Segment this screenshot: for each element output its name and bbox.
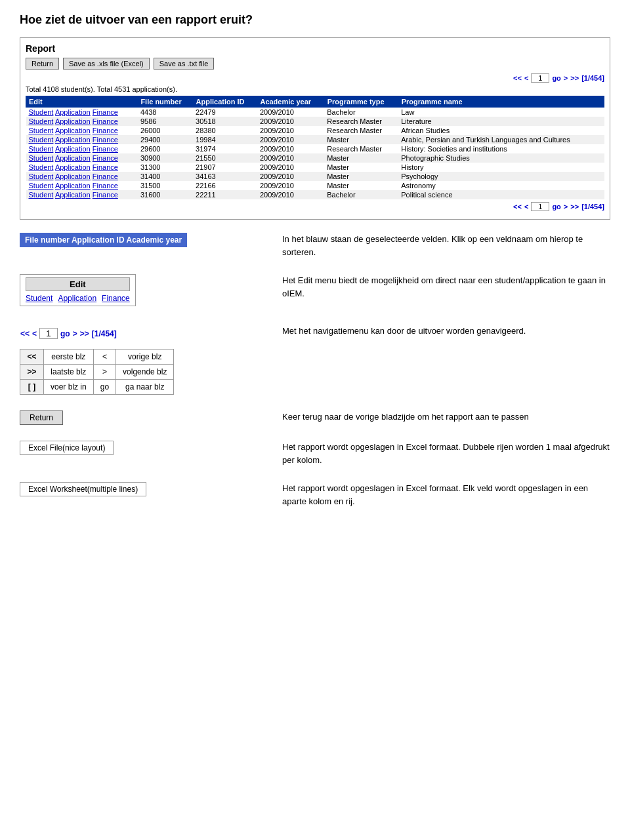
edit-student-link[interactable]: Student — [26, 294, 52, 303]
table-row: Student Application Finance9586305182009… — [26, 117, 604, 126]
table-cell-programme-name: Political science — [398, 190, 604, 199]
edit-link-finance[interactable]: Finance — [93, 136, 118, 144]
nav-label-go: ga naar blz — [116, 380, 174, 395]
edit-link-student[interactable]: Student — [29, 145, 54, 153]
edit-link-student[interactable]: Student — [29, 182, 54, 190]
edit-links: Student Application Finance — [26, 294, 130, 303]
nav-page-input-demo[interactable] — [39, 328, 58, 339]
edit-link-student[interactable]: Student — [29, 117, 54, 125]
nav-label-next: volgende blz — [116, 365, 174, 380]
edit-link-finance[interactable]: Finance — [93, 172, 118, 180]
page-info-bottom: [1/454] — [581, 203, 604, 210]
edit-link-application[interactable]: Application — [55, 163, 91, 171]
excel-multi-button[interactable]: Excel Worksheet(multiple lines) — [20, 482, 146, 496]
explanation-left-edit-menu: Edit Student Application Finance — [20, 274, 269, 309]
page-input-bottom[interactable] — [531, 202, 549, 211]
table-cell-programme-name: History: Societies and institutions — [398, 144, 604, 153]
edit-link-application[interactable]: Application — [55, 182, 91, 190]
explanation-left-return: Return — [20, 410, 269, 425]
edit-link-finance[interactable]: Finance — [93, 191, 118, 199]
next-page-link-bottom[interactable]: > — [564, 203, 568, 210]
edit-link-finance[interactable]: Finance — [93, 145, 118, 153]
edit-link-student[interactable]: Student — [29, 154, 54, 162]
table-cell-academic-year: 2009/2010 — [257, 172, 324, 181]
col-file-number[interactable]: File number — [138, 96, 193, 108]
edit-link-application[interactable]: Application — [55, 154, 91, 162]
nav-prev-demo[interactable]: < — [32, 329, 37, 338]
edit-link-student[interactable]: Student — [29, 191, 54, 199]
col-edit: Edit — [26, 96, 138, 108]
prev-page-link-top[interactable]: < — [524, 74, 528, 82]
explanation-left-excel-multi: Excel Worksheet(multiple lines) — [20, 482, 269, 496]
save-excel-button[interactable]: Save as .xls file (Excel) — [63, 58, 150, 70]
next-page-link-top[interactable]: > — [564, 74, 568, 82]
go-link-top[interactable]: go — [552, 74, 560, 82]
edit-link-application[interactable]: Application — [55, 191, 91, 199]
table-cell-file-number: 31600 — [138, 190, 193, 199]
excel-nice-button[interactable]: Excel File(nice layout) — [20, 441, 114, 455]
edit-link-finance[interactable]: Finance — [93, 117, 118, 125]
explanation-text-return: Keer terug naar de vorige bladzijde om h… — [282, 410, 610, 424]
table-cell-application-id: 34163 — [193, 172, 257, 181]
prev-page-link-bottom[interactable]: < — [524, 203, 528, 210]
edit-link-application[interactable]: Application — [55, 127, 91, 134]
table-cell-application-id: 21907 — [193, 163, 257, 172]
col-academic-year[interactable]: Academic year — [257, 96, 324, 108]
explanation-left-blue-fields: File number Application ID Academic year — [20, 233, 269, 247]
table-cell-file-number: 29400 — [138, 135, 193, 144]
save-txt-button[interactable]: Save as .txt file — [154, 58, 215, 70]
explanation-text-nav-menu: Met het navigatiemenu kan door de uitvoe… — [282, 325, 610, 338]
edit-link-finance[interactable]: Finance — [93, 163, 118, 171]
explanation-row-edit-menu: Edit Student Application Finance Het Edi… — [20, 274, 610, 309]
col-programme-name[interactable]: Programme name — [398, 96, 604, 108]
edit-link-application[interactable]: Application — [55, 117, 91, 125]
table-cell-edit: Student Application Finance — [26, 126, 138, 135]
nav-last-demo[interactable]: >> — [80, 329, 89, 338]
table-row: Student Application Finance3160022211200… — [26, 190, 604, 199]
edit-link-finance[interactable]: Finance — [93, 154, 118, 162]
explanation-row-excel-nice: Excel File(nice layout) Het rapport word… — [20, 441, 610, 466]
nav-go-demo[interactable]: go — [60, 329, 70, 338]
table-cell-file-number: 30900 — [138, 153, 193, 163]
return-button-demo[interactable]: Return — [20, 410, 63, 425]
table-cell-programme-type: Research Master — [324, 117, 398, 126]
go-link-bottom[interactable]: go — [552, 203, 560, 210]
explanation-left-excel-nice: Excel File(nice layout) — [20, 441, 269, 455]
col-application-id[interactable]: Application ID — [193, 96, 257, 108]
edit-link-application[interactable]: Application — [55, 108, 91, 116]
edit-link-student[interactable]: Student — [29, 136, 54, 144]
page-input-top[interactable] — [531, 73, 549, 83]
table-row: Student Application Finance3130021907200… — [26, 163, 604, 172]
report-box: Report Return Save as .xls file (Excel) … — [20, 37, 610, 220]
edit-link-finance[interactable]: Finance — [93, 127, 118, 134]
col-programme-type[interactable]: Programme type — [324, 96, 398, 108]
nav-next-demo[interactable]: > — [73, 329, 77, 338]
edit-link-application[interactable]: Application — [55, 172, 91, 180]
nav-first-demo[interactable]: << — [20, 329, 30, 338]
last-page-link-bottom[interactable]: >> — [570, 203, 579, 210]
edit-link-student[interactable]: Student — [29, 127, 54, 134]
edit-link-student[interactable]: Student — [29, 172, 54, 180]
edit-link-student[interactable]: Student — [29, 163, 54, 171]
edit-link-student[interactable]: Student — [29, 108, 54, 116]
table-cell-programme-type: Research Master — [324, 144, 398, 153]
table-cell-edit: Student Application Finance — [26, 135, 138, 144]
first-page-link-bottom[interactable]: << — [513, 203, 522, 210]
return-button[interactable]: Return — [26, 58, 59, 70]
table-cell-file-number: 31300 — [138, 163, 193, 172]
table-cell-programme-type: Master — [324, 172, 398, 181]
explanation-row-return: Return Keer terug naar de vorige bladzij… — [20, 410, 610, 425]
table-cell-file-number: 9586 — [138, 117, 193, 126]
last-page-link-top[interactable]: >> — [570, 74, 579, 82]
first-page-link-top[interactable]: << — [513, 74, 522, 82]
nav-pagenum-demo: [1/454] — [92, 329, 117, 338]
edit-application-link[interactable]: Application — [58, 294, 96, 303]
table-cell-application-id: 22211 — [193, 190, 257, 199]
edit-finance-link[interactable]: Finance — [102, 294, 130, 303]
edit-link-finance[interactable]: Finance — [93, 182, 118, 190]
edit-link-application[interactable]: Application — [55, 145, 91, 153]
table-cell-file-number: 26000 — [138, 126, 193, 135]
report-table: Edit File number Application ID Academic… — [26, 96, 604, 199]
edit-link-application[interactable]: Application — [55, 136, 91, 144]
edit-link-finance[interactable]: Finance — [93, 108, 118, 116]
